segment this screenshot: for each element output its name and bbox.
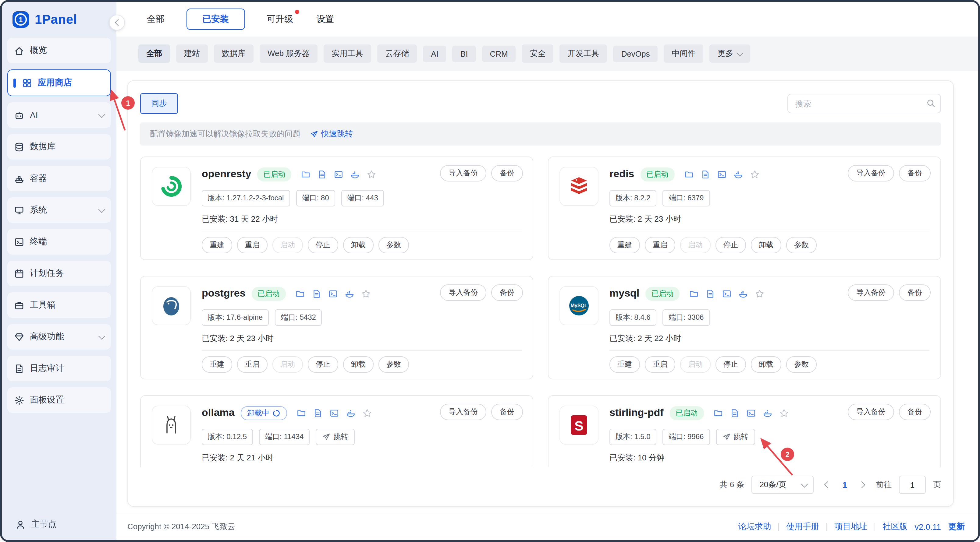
terminal-icon[interactable] [330, 408, 339, 417]
rebuild-button[interactable]: 重建 [609, 237, 640, 254]
log-icon[interactable] [730, 408, 739, 417]
category-bi[interactable]: BI [452, 45, 476, 62]
tab-upgradable[interactable]: 可升级 [266, 9, 294, 29]
update-link[interactable]: 更新 [948, 521, 965, 532]
import-backup-button[interactable]: 导入备份 [848, 284, 894, 301]
prev-page-button[interactable] [821, 480, 832, 490]
import-backup-button[interactable]: 导入备份 [440, 284, 486, 301]
category-ai[interactable]: AI [423, 45, 446, 62]
sidebar-item-cronjob[interactable]: 计划任务 [7, 261, 111, 286]
restart-button[interactable]: 重启 [237, 356, 267, 373]
docker-icon[interactable] [351, 170, 360, 179]
tab-settings[interactable]: 设置 [315, 9, 335, 29]
category-tools[interactable]: 实用工具 [324, 44, 371, 63]
category-middleware[interactable]: 中间件 [664, 44, 703, 63]
folder-icon[interactable] [296, 289, 305, 298]
log-icon[interactable] [312, 289, 321, 298]
docker-icon[interactable] [763, 408, 772, 417]
sidebar-collapse-button[interactable] [109, 14, 125, 30]
stop-button[interactable]: 停止 [308, 356, 338, 373]
forum-help-link[interactable]: 论坛求助 [738, 521, 771, 532]
tab-all[interactable]: 全部 [146, 9, 166, 29]
log-icon[interactable] [313, 408, 322, 417]
folder-icon[interactable] [684, 170, 693, 179]
favorite-star-icon[interactable] [755, 289, 764, 298]
backup-button[interactable]: 备份 [491, 165, 523, 181]
category-website[interactable]: 建站 [176, 44, 208, 63]
folder-icon[interactable] [689, 289, 698, 298]
current-page[interactable]: 1 [840, 480, 850, 490]
category-devtools[interactable]: 开发工具 [560, 44, 607, 63]
uninstall-button[interactable]: 卸载 [751, 237, 781, 254]
import-backup-button[interactable]: 导入备份 [440, 165, 486, 181]
backup-button[interactable]: 备份 [899, 404, 931, 420]
stop-button[interactable]: 停止 [716, 237, 746, 254]
backup-button[interactable]: 备份 [899, 284, 931, 301]
project-link[interactable]: 项目地址 [834, 521, 867, 532]
log-icon[interactable] [706, 289, 715, 298]
quick-jump-link[interactable]: 快速跳转 [310, 128, 353, 139]
sidebar-item-overview[interactable]: 概览 [7, 38, 111, 63]
rebuild-button[interactable]: 重建 [202, 356, 232, 373]
restart-button[interactable]: 重启 [645, 356, 675, 373]
category-security[interactable]: 安全 [522, 44, 554, 63]
category-devops[interactable]: DevOps [613, 45, 658, 62]
goto-page-input[interactable] [899, 475, 926, 494]
uninstall-button[interactable]: 卸载 [343, 356, 374, 373]
sidebar-item-advanced[interactable]: 高级功能 [7, 324, 111, 350]
jump-button[interactable]: 跳转 [316, 429, 355, 445]
search-input[interactable] [788, 94, 941, 113]
sidebar-item-system[interactable]: 系统 [7, 197, 111, 223]
uninstall-button[interactable]: 卸载 [343, 237, 374, 254]
sidebar-node-selector[interactable]: 主节点 [2, 509, 116, 540]
docker-icon[interactable] [345, 289, 354, 298]
docker-icon[interactable] [739, 289, 748, 298]
sidebar-item-terminal[interactable]: 终端 [7, 229, 111, 255]
params-button[interactable]: 参数 [379, 356, 409, 373]
restart-button[interactable]: 重启 [237, 237, 267, 254]
favorite-star-icon[interactable] [367, 170, 376, 179]
category-crm[interactable]: CRM [482, 45, 515, 62]
terminal-icon[interactable] [328, 289, 338, 298]
sidebar-item-database[interactable]: 数据库 [7, 134, 111, 160]
stop-button[interactable]: 停止 [716, 356, 746, 373]
docker-icon[interactable] [346, 408, 355, 417]
params-button[interactable]: 参数 [786, 356, 817, 373]
page-size-select[interactable]: 20条/页 [751, 475, 814, 494]
category-database[interactable]: 数据库 [214, 44, 253, 63]
restart-button[interactable]: 重启 [645, 237, 675, 254]
tab-installed[interactable]: 已安装 [186, 8, 245, 30]
import-backup-button[interactable]: 导入备份 [440, 404, 486, 420]
log-icon[interactable] [318, 170, 327, 179]
category-more[interactable]: 更多 [710, 44, 751, 63]
import-backup-button[interactable]: 导入备份 [848, 404, 894, 420]
category-webserver[interactable]: Web 服务器 [259, 44, 318, 63]
favorite-star-icon[interactable] [361, 289, 371, 298]
sidebar-item-appstore[interactable]: 应用商店 [7, 70, 111, 96]
next-page-button[interactable] [857, 480, 869, 490]
docker-icon[interactable] [733, 170, 743, 179]
terminal-icon[interactable] [717, 170, 726, 179]
sidebar-item-logs[interactable]: 日志审计 [7, 356, 111, 381]
terminal-icon[interactable] [334, 170, 344, 179]
rebuild-button[interactable]: 重建 [202, 237, 232, 254]
terminal-icon[interactable] [746, 408, 756, 417]
favorite-star-icon[interactable] [363, 408, 372, 417]
sidebar-item-ai[interactable]: AI [7, 102, 111, 128]
rebuild-button[interactable]: 重建 [609, 356, 640, 373]
folder-icon[interactable] [714, 408, 723, 417]
uninstall-button[interactable]: 卸载 [751, 356, 781, 373]
folder-icon[interactable] [301, 170, 310, 179]
backup-button[interactable]: 备份 [491, 404, 523, 420]
category-all[interactable]: 全部 [138, 44, 170, 63]
folder-icon[interactable] [297, 408, 306, 417]
terminal-icon[interactable] [722, 289, 731, 298]
favorite-star-icon[interactable] [750, 170, 759, 179]
stop-button[interactable]: 停止 [308, 237, 338, 254]
category-cloudstorage[interactable]: 云存储 [377, 44, 417, 63]
sidebar-item-container[interactable]: 容器 [7, 166, 111, 191]
params-button[interactable]: 参数 [786, 237, 817, 254]
backup-button[interactable]: 备份 [899, 165, 931, 181]
user-manual-link[interactable]: 使用手册 [786, 521, 819, 532]
sync-button[interactable]: 同步 [140, 93, 178, 114]
